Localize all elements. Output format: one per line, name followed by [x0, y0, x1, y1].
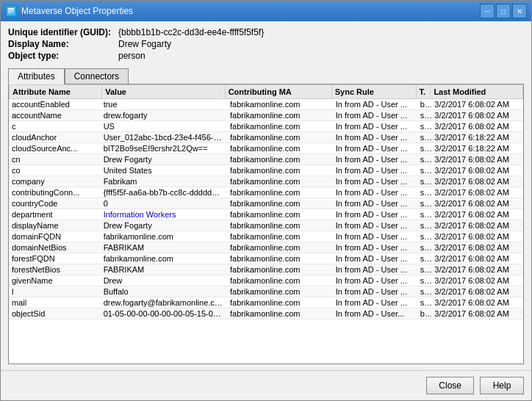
cell-t: s... [417, 275, 431, 286]
cell-ma: fabrikamonline.com [227, 110, 333, 121]
cell-val: United States [101, 165, 227, 176]
cell-ma: fabrikamonline.com [227, 286, 333, 297]
tab-connectors[interactable]: Connectors [65, 68, 129, 84]
content-area: Unique identifier (GUID): {bbbb1b1b-cc2c… [1, 21, 531, 370]
table-row[interactable]: lBuffalofabrikamonline.comIn from AD - U… [9, 286, 523, 297]
cell-sync: In from AD - User ... [333, 286, 417, 297]
cell-attr: mail [9, 297, 101, 308]
cell-lm: 3/2/2017 6:08:02 AM [431, 286, 523, 297]
col-header-lm: Last Modified [431, 85, 523, 99]
cell-lm: 3/2/2017 6:08:02 AM [431, 264, 523, 275]
close-button[interactable]: Close [426, 377, 474, 394]
svg-rect-3 [8, 12, 12, 12]
cell-t: s... [417, 176, 431, 187]
object-type-label: Object type: [8, 51, 118, 61]
display-name-value: Drew Fogarty [118, 39, 171, 49]
col-header-ma: Contributing MA [225, 85, 331, 99]
table-row[interactable]: cnDrew Fogartyfabrikamonline.comIn from … [9, 154, 523, 165]
cell-attr: department [9, 209, 101, 220]
table-row[interactable]: accountEnabledtruefabrikamonline.comIn f… [9, 99, 523, 110]
cell-val: bIT2Bo9seEI9crshr2L2Qw== [101, 143, 227, 154]
table-row[interactable]: domainFQDNfabrikamonline.comfabrikamonli… [9, 231, 523, 242]
cell-sync: In from AD - User... [333, 308, 417, 319]
close-window-button[interactable]: ✕ [512, 4, 527, 18]
cell-t: s... [417, 209, 431, 220]
table-row[interactable]: maildrew.fogarty@fabrikamonline.comfabri… [9, 297, 523, 308]
table-row[interactable]: accountNamedrew.fogartyfabrikamonline.co… [9, 110, 523, 121]
cell-attr: objectSid [9, 308, 101, 319]
cell-val: FABRIKAM [101, 242, 227, 253]
table-row[interactable]: givenNameDrewfabrikamonline.comIn from A… [9, 275, 523, 286]
table-row[interactable]: displayNameDrew Fogartyfabrikamonline.co… [9, 220, 523, 231]
cell-ma: fabrikamonline.com [227, 99, 333, 110]
cell-attr: domainFQDN [9, 231, 101, 242]
table-row[interactable]: cloudSourceAnc...bIT2Bo9seEI9crshr2L2Qw=… [9, 143, 523, 154]
cell-attr: cn [9, 154, 101, 165]
cell-ma: fabrikamonline.com [227, 264, 333, 275]
cell-ma: fabrikamonline.com [227, 165, 333, 176]
cell-sync: In from AD - User ... [333, 275, 417, 286]
table-row[interactable]: countryCode0fabrikamonline.comIn from AD… [9, 198, 523, 209]
cell-val: drew.fogarty [101, 110, 227, 121]
table-row[interactable]: departmentInformation Workersfabrikamonl… [9, 209, 523, 220]
attributes-table: Attribute Name Value Contributing MA Syn… [9, 84, 523, 99]
cell-t: s... [417, 154, 431, 165]
table-row[interactable]: contributingConn...{fff5f5f-aa6a-bb7b-cc… [9, 187, 523, 198]
table-row[interactable]: coUnited Statesfabrikamonline.comIn from… [9, 165, 523, 176]
bottom-bar: Close Help [1, 370, 531, 400]
cell-attr: c [9, 121, 101, 132]
cell-val: drew.fogarty@fabrikamonline.com [101, 297, 227, 308]
col-header-val: Value [102, 85, 225, 99]
attributes-data-table: accountEnabledtruefabrikamonline.comIn f… [9, 99, 523, 319]
cell-lm: 3/2/2017 6:08:02 AM [431, 297, 523, 308]
cell-ma: fabrikamonline.com [227, 121, 333, 132]
table-row[interactable]: forestFQDNfabrikamonline.comfabrikamonli… [9, 253, 523, 264]
cell-t: s... [417, 253, 431, 264]
display-name-row: Display Name: Drew Fogarty [8, 39, 524, 49]
cell-sync: In from AD - User ... [333, 143, 417, 154]
cell-ma: fabrikamonline.com [227, 176, 333, 187]
cell-lm: 3/2/2017 6:08:02 AM [431, 242, 523, 253]
col-header-sync: Sync Rule [331, 85, 416, 99]
table-row[interactable]: domainNetBiosFABRIKAMfabrikamonline.comI… [9, 242, 523, 253]
cell-ma: fabrikamonline.com [227, 231, 333, 242]
cell-sync: In from AD - User ... [333, 154, 417, 165]
cell-t: s... [417, 132, 431, 143]
cell-sync: In from AD - User ... [333, 165, 417, 176]
cell-sync: In from AD - User ... [333, 132, 417, 143]
cell-lm: 3/2/2017 6:08:02 AM [431, 187, 523, 198]
svg-rect-1 [8, 8, 14, 10]
cell-lm: 3/2/2017 6:08:02 AM [431, 99, 523, 110]
cell-val: US [101, 121, 227, 132]
cell-t: s... [417, 264, 431, 275]
cell-ma: fabrikamonline.com [227, 220, 333, 231]
cell-lm: 3/2/2017 6:08:02 AM [431, 165, 523, 176]
table-header: Attribute Name Value Contributing MA Syn… [10, 85, 523, 99]
cell-lm: 3/2/2017 6:18:22 AM [431, 143, 523, 154]
cell-sync: In from AD - User ... [333, 198, 417, 209]
table-scroll-body[interactable]: accountEnabledtruefabrikamonline.comIn f… [9, 99, 523, 364]
table-row[interactable]: companyFabrikamfabrikamonline.comIn from… [9, 176, 523, 187]
table-row[interactable]: objectSid01-05-00-00-00-00-00-05-15-00-0… [9, 308, 523, 319]
help-button[interactable]: Help [480, 377, 524, 394]
maximize-button[interactable]: □ [496, 4, 511, 18]
cell-val: User_012abc-1bcd-23e4-f456-78010... [101, 132, 227, 143]
cell-sync: In from AD - User ... [333, 176, 417, 187]
cell-val: fabrikamonline.com [101, 231, 227, 242]
tab-attributes[interactable]: Attributes [8, 68, 65, 84]
cell-sync: In from AD - User ... [333, 99, 417, 110]
attributes-panel: Attribute Name Value Contributing MA Syn… [8, 84, 524, 364]
tab-bar: Attributes Connectors [8, 68, 524, 84]
window-title: Metaverse Object Properties [21, 6, 133, 16]
cell-lm: 3/2/2017 6:08:02 AM [431, 253, 523, 264]
cell-attr: l [9, 286, 101, 297]
table-row[interactable]: cloudAnchorUser_012abc-1bcd-23e4-f456-78… [9, 132, 523, 143]
cell-sync: In from AD - User ... [333, 110, 417, 121]
minimize-button[interactable]: ─ [480, 4, 495, 18]
cell-sync: In from AD - User ... [333, 187, 417, 198]
cell-ma: fabrikamonline.com [227, 154, 333, 165]
cell-lm: 3/2/2017 6:08:02 AM [431, 275, 523, 286]
table-row[interactable]: cUSfabrikamonline.comIn from AD - User .… [9, 121, 523, 132]
cell-attr: company [9, 176, 101, 187]
table-row[interactable]: forestNetBiosFABRIKAMfabrikamonline.comI… [9, 264, 523, 275]
